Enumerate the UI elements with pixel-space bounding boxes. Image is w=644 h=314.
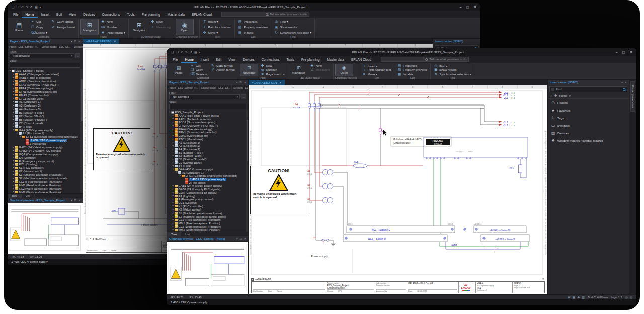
panel-tab[interactable]: Pages - ESS_Sample_P... [167, 85, 200, 90]
ribbon-tab[interactable]: Edit [212, 56, 225, 63]
add-icon[interactable]: ✚ [554, 94, 557, 98]
close-tab-icon[interactable]: ✕ [279, 81, 282, 84]
tree-item[interactable]: ▸C2 (Control panel) [8, 121, 83, 125]
tree-item[interactable]: ▸EFA4 (Overview topology) [8, 86, 83, 90]
tree-item[interactable]: ▸GAB1 (24 V device power supply) [8, 146, 83, 149]
qat-icon[interactable]: ↷ [185, 51, 188, 54]
tree-item[interactable]: ▾ESS_Sample_Project [8, 69, 83, 73]
filter-select[interactable]: - Not activated -▾ [169, 94, 240, 99]
properties-button[interactable]: ▤Properties [236, 19, 269, 24]
tree-item[interactable]: ▸B1 (Station "Feed") [167, 151, 248, 154]
panel-tab[interactable]: Devices - ESS_Sample_... [232, 85, 248, 90]
tree-list-tab[interactable]: Tree [8, 194, 22, 198]
ribbon-tab[interactable]: File [10, 11, 22, 18]
ribbon-tab[interactable]: Connections [258, 56, 283, 63]
ribbon-tab[interactable]: View [65, 11, 79, 18]
document-tab[interactable]: =GAA+A1&EFS1/1✕ [83, 39, 119, 44]
open-preview-button[interactable]: ◉Open [176, 19, 194, 35]
ribbon-tab[interactable]: Devices [239, 56, 258, 63]
insert-text-button[interactable]: TInsert ▾ [201, 19, 233, 24]
close-tab-icon[interactable]: ✕ [114, 40, 116, 43]
tree-item[interactable]: ▸C2 (Control panel) [167, 161, 248, 164]
dropdown-icon[interactable]: ▾ [236, 81, 238, 84]
tree-item[interactable]: ▸EFA2 (Overview "PROFINET") [167, 124, 248, 128]
tree-item[interactable]: ▸F (Emergency stop control) [8, 159, 83, 163]
maximize-button[interactable]: ▢ [622, 50, 625, 54]
tree-item[interactable]: ▸S2 (Machine operation control panel) [167, 215, 248, 218]
dropdown-icon[interactable]: ▾ [71, 199, 72, 202]
tree-item[interactable]: ▸GL2 (Work workpiece: Transport) [167, 225, 248, 228]
tree-item[interactable]: ▾EFS1 (Electrical engineering schematic) [167, 174, 248, 178]
ribbon-tab[interactable]: Tools [283, 56, 298, 63]
dropdown-icon[interactable]: ▾ [71, 40, 72, 43]
delete-button[interactable]: ⌫Delete ▾ [29, 30, 49, 35]
ribbon-tab[interactable]: View [225, 56, 239, 63]
tree-item[interactable]: ▸A4 (Enclosure 3) [167, 148, 248, 151]
tree-item[interactable]: ▸K1 (PLC controller) [167, 204, 248, 208]
tree-item[interactable]: ▾A1 (Enclosure 1) [8, 132, 83, 135]
qat-icon[interactable]: ❐ [16, 6, 19, 9]
tree-item[interactable]: ▸S1 (Machine operation enclosure) [8, 173, 83, 177]
tree-item[interactable]: ▸S2 (Machine operation control panel) [8, 177, 83, 180]
title-bar[interactable]: ❏❐↶↷↺▦▾ EPLAN Electric P8 2023 - E:\EPLA… [8, 3, 480, 11]
insert-center-item[interactable]: ▭Symbols [548, 122, 629, 129]
tree-item[interactable]: ▾GAA (400 V power supply) [167, 168, 248, 171]
close-button[interactable]: ✕ [474, 5, 476, 9]
value-input[interactable] [10, 63, 80, 68]
tree-item[interactable]: ▸MM2 (Work workpiece: Position) [167, 228, 248, 232]
tree-item[interactable]: ▸GQA (Compressed air supply) [8, 152, 83, 156]
tree-item[interactable]: 1 400 / 230 V power supply [8, 139, 83, 142]
tree-item[interactable]: ▸A1 (Enclosure 1) [167, 141, 248, 144]
home-icon[interactable]: ⌂ [550, 94, 552, 98]
tree-item[interactable]: ▸B2 (Station "Work") [8, 115, 83, 118]
insert-center-item[interactable]: ⚐Tags [548, 114, 629, 122]
property-overview-tab[interactable]: Property overview [630, 81, 635, 112]
ribbon-tab[interactable]: Insert [38, 11, 53, 18]
title-bar[interactable]: ❏❐↶↷↺▦▾ EPLAN Electric P8 2023 - E:\EPLA… [167, 48, 636, 56]
insert-center-item[interactable]: ❖Window macros / symbol macros [548, 137, 629, 144]
qat-icon[interactable]: ↺ [30, 6, 33, 9]
value-input[interactable] [169, 104, 246, 109]
status-icon[interactable]: ✚ [577, 295, 580, 299]
tree-item[interactable]: ▸GL1 (Feed workpiece: Transport) [8, 180, 83, 184]
tree-item[interactable]: ▸AAB1 (Table of contents) [167, 117, 248, 121]
tree-item[interactable]: ▸EFA4 (Overview topology) [167, 127, 248, 131]
copy-format-button[interactable]: ✎Copy format [50, 19, 77, 24]
tree-item[interactable]: ▸GAB2 (24 V supply PLC signals) [167, 188, 248, 191]
page-macro-button[interactable]: ❖Page macro ▾ [100, 30, 127, 35]
tree-item[interactable]: ▸EFN1 (Summarized parts list) [167, 131, 248, 134]
tree-item[interactable]: ▸B5 (Station "Provide") [167, 158, 248, 161]
page-new-button[interactable]: ✚New [100, 19, 127, 24]
graphical-preview[interactable] [8, 203, 83, 254]
measuring-button[interactable]: ∡Measuring [309, 67, 332, 72]
qat-icon[interactable]: ↶ [21, 6, 24, 9]
ribbon-tab[interactable]: Master data [324, 56, 348, 63]
pin-icon[interactable]: ⊡ [240, 237, 242, 240]
open-preview-button[interactable]: ◉Open [335, 64, 353, 76]
tree-item[interactable]: ▸EFA2 (Overview "PROFINET") [8, 83, 83, 87]
property-overview-button[interactable]: ▧Property overview [236, 25, 269, 30]
zoom-icon[interactable]: ◎ [630, 295, 632, 299]
move-button[interactable]: ✥Move ▾ [201, 30, 233, 35]
qat-icon[interactable]: ↺ [190, 51, 192, 54]
tree-item[interactable]: 2 Pilot lamps [167, 181, 248, 184]
tree-item[interactable]: ▸A4 (Enclosure 3) [8, 108, 83, 111]
tree-item[interactable]: ▸K2 (Valve control) [8, 170, 83, 173]
qat-icon[interactable]: ↷ [26, 6, 28, 9]
pin-icon[interactable]: ⊡ [240, 81, 242, 84]
qat-icon[interactable]: ❏ [171, 51, 174, 54]
qat-icon[interactable]: ↶ [181, 51, 183, 54]
tree-item[interactable]: ▸MM1 (Feed workpiece: Position) [167, 222, 248, 225]
tree-item[interactable]: ▸ADB1 (Structure description) [8, 80, 83, 83]
ribbon-tab[interactable]: EPLAN Cloud [188, 11, 215, 18]
ribbon-tab[interactable]: Tools [124, 11, 138, 18]
page-number-button[interactable]: №Number [100, 25, 127, 29]
tree-item[interactable]: ▸B4 (Field) [8, 125, 83, 128]
tree-item[interactable]: ▸EFN1 (Summarized parts list) [8, 90, 83, 93]
minimize-button[interactable]: – [460, 5, 462, 9]
ribbon-tab[interactable]: Edit [53, 11, 65, 18]
tree-item[interactable]: ▸ETC1 (Model view) [167, 138, 248, 141]
insert-center-item[interactable]: ★Favorites [548, 107, 629, 114]
tree-item[interactable]: ▸EMA3 (Connection list) [167, 134, 248, 138]
tree-item[interactable]: ▸A1 (Enclosure 1) [8, 100, 83, 104]
